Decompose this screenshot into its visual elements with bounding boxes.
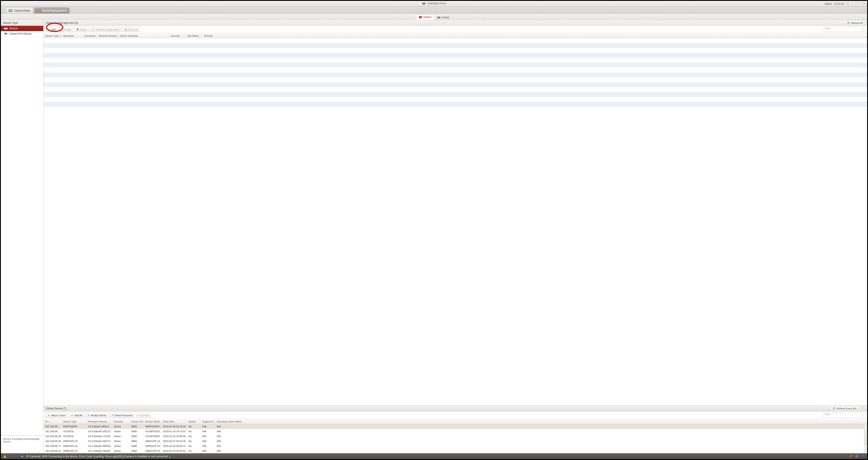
col-device-type[interactable]: Device Type▲ bbox=[43, 33, 61, 38]
tab-device-management[interactable]: Device Management ✕ bbox=[34, 7, 69, 13]
maximize-button[interactable]: □ bbox=[857, 2, 861, 5]
management-panel-header: Device for Management (0) Refresh All bbox=[43, 20, 867, 26]
expand-collapse-button[interactable] bbox=[860, 406, 865, 411]
cell-serial: NWP5204P4... bbox=[144, 424, 161, 429]
col-net-status[interactable]: Net Status bbox=[186, 33, 202, 38]
sort-asc-icon: ▲ bbox=[59, 35, 61, 37]
cell-added: No bbox=[187, 434, 200, 439]
sidebar-item-cloud-p2p[interactable]: Clould P2P Device bbox=[1, 31, 43, 36]
arrows-white-icon[interactable] bbox=[21, 455, 24, 458]
cell-support: N/A bbox=[200, 443, 215, 449]
close-tab-icon[interactable]: ✕ bbox=[67, 8, 68, 10]
col-device-type[interactable]: Device Type bbox=[61, 419, 86, 424]
cell-serial: VG16P16082... bbox=[144, 434, 161, 439]
col-net-params[interactable]: Network Parame... bbox=[97, 33, 118, 38]
management-title: Device for Management (0) bbox=[46, 21, 78, 24]
cell-firmware: V3.4.62build 160713 bbox=[86, 439, 113, 443]
online-row[interactable]: 192.168.86.77HNR51P6-16V4.1.54build 1809… bbox=[43, 443, 867, 449]
management-filter-input[interactable]: Filter bbox=[823, 27, 865, 32]
online-device-header: Online Device (7) Refresh Every 60s bbox=[43, 405, 867, 411]
col-server-port[interactable]: Server Port bbox=[130, 419, 144, 424]
pencil-icon: ✎ bbox=[61, 28, 63, 31]
col-serial[interactable]: Device Serial No. bbox=[118, 33, 169, 38]
filter-placeholder: Filter bbox=[825, 413, 830, 416]
add-to-client-button[interactable]: ＋ Add to Client bbox=[45, 413, 67, 418]
refresh-all-label: Refresh All bbox=[851, 22, 863, 24]
statusbar: IP Camera8_NVR Connecting to the device.… bbox=[1, 453, 867, 459]
add-button[interactable]: ＋ Add bbox=[45, 27, 58, 32]
cell-added: No bbox=[187, 424, 200, 429]
col-support[interactable]: Support G... bbox=[200, 419, 215, 424]
svg-point-14 bbox=[5, 28, 6, 29]
remote-config-button[interactable]: ⚙ Remote Configuration bbox=[90, 27, 121, 32]
online-row[interactable]: 192.168.86....VG16P16V3.4.62build 160713… bbox=[43, 429, 867, 434]
online-filter-input[interactable]: Filter bbox=[823, 413, 865, 418]
main-tabstrip: Control Panel Device Management ✕ bbox=[1, 7, 867, 14]
col-security[interactable]: Security bbox=[169, 33, 186, 38]
close-button[interactable]: ✕ bbox=[862, 2, 866, 5]
subtab-group[interactable]: Group bbox=[434, 15, 452, 20]
cell-ip: 192.168.86.77 bbox=[43, 443, 61, 449]
cloud-icon bbox=[4, 32, 7, 35]
col-security[interactable]: Security bbox=[113, 419, 130, 424]
refresh-interval-button[interactable]: Refresh Every 60s bbox=[831, 406, 859, 411]
col-firmware[interactable]: Firmware Version bbox=[86, 419, 113, 424]
plus-icon: ＋ bbox=[71, 414, 73, 417]
cell-start_time: 2019-01-09 01:31:04 bbox=[161, 424, 187, 429]
delete-button[interactable]: ✖ Delete bbox=[74, 27, 89, 32]
sidebar-list: Device Clould P2P Device bbox=[1, 26, 43, 436]
online-row[interactable]: 192.168.86.81HNR51P6-16V4.1.54build 1809… bbox=[43, 449, 867, 453]
modify-netinfo-button[interactable]: ✎ Modify Netinfo bbox=[86, 413, 108, 418]
arrows-blue-icon[interactable] bbox=[15, 455, 18, 458]
add-all-button[interactable]: ＋ Add All bbox=[69, 413, 84, 418]
cell-ip: 192.168.86.81 bbox=[43, 449, 61, 453]
lock-button[interactable] bbox=[846, 2, 850, 5]
online-toolbar: ＋ Add to Client ＋ Add All ✎ Modify Netin… bbox=[43, 411, 867, 419]
scrollbar-thumb[interactable] bbox=[865, 425, 867, 445]
col-gv-status[interactable]: Guarding Vision Status bbox=[215, 419, 867, 424]
tab-control-panel[interactable]: Control Panel bbox=[6, 7, 33, 13]
cell-added: No bbox=[187, 443, 200, 449]
col-serial[interactable]: Device Serial ... bbox=[144, 419, 161, 424]
svg-rect-9 bbox=[37, 10, 40, 11]
alert-icon[interactable] bbox=[3, 455, 7, 458]
col-start-time[interactable]: Start Time bbox=[161, 419, 187, 424]
cell-support: N/A bbox=[200, 449, 215, 453]
col-added[interactable]: Added bbox=[187, 419, 200, 424]
modify-button[interactable]: ✎ Modify bbox=[59, 27, 73, 32]
pin-icon[interactable]: 📌 bbox=[849, 455, 852, 458]
col-refresh[interactable]: Refresh bbox=[202, 33, 867, 38]
management-toolbar: ＋ Add ✎ Modify ✖ Delete ⚙ Remote Configu… bbox=[43, 26, 867, 33]
folder-icon bbox=[437, 16, 440, 19]
online-row[interactable]: 192.168.86....NWP5204P4V3.0.8build 14091… bbox=[43, 424, 867, 429]
subtab-device[interactable]: Device bbox=[416, 15, 434, 20]
plus-icon: ＋ bbox=[47, 28, 50, 31]
window-icon[interactable]: 🗗 bbox=[855, 455, 859, 458]
cell-gv_status: N/A bbox=[215, 439, 867, 443]
col-connection[interactable]: Connectio... bbox=[83, 33, 97, 38]
minimize-button[interactable]: ─ bbox=[851, 2, 855, 5]
refresh-icon bbox=[847, 21, 850, 24]
sidebar-item-device[interactable]: Device bbox=[1, 26, 43, 31]
cell-ip: 192.168.86.58 bbox=[43, 439, 61, 443]
chevron-up-icon[interactable]: ⌃ bbox=[861, 455, 865, 458]
cell-server_port: 8000 bbox=[130, 439, 144, 443]
cell-security: Active bbox=[113, 424, 130, 429]
reset-password-button[interactable]: ↺ Reset Password bbox=[110, 413, 134, 418]
online-row[interactable]: 192.168.86.39VG16P16V3.4.92build 170220A… bbox=[43, 434, 867, 439]
arrows-red-icon[interactable] bbox=[9, 455, 12, 458]
refresh-all-button[interactable]: Refresh All bbox=[845, 21, 865, 25]
cell-server_port: 8000 bbox=[130, 443, 144, 449]
cell-gv_status: N/A bbox=[215, 449, 867, 453]
subtab-label: Group bbox=[442, 16, 449, 19]
cell-added: No bbox=[187, 449, 200, 453]
vertical-scrollbar[interactable] bbox=[864, 424, 867, 453]
cell-firmware: V4.1.54build 180918 bbox=[86, 449, 113, 453]
col-ip[interactable]: IP▲ bbox=[43, 419, 61, 424]
cell-firmware: V3.4.62build 160713 bbox=[86, 429, 113, 434]
col-nickname[interactable]: Nickname bbox=[61, 33, 83, 38]
cell-device_type: HNR31P6-16 bbox=[61, 439, 86, 443]
online-row[interactable]: 192.168.86.58HNR31P6-16V3.4.62build 1607… bbox=[43, 439, 867, 443]
activate-button[interactable]: ● Activate bbox=[136, 413, 151, 418]
qr-code-button[interactable]: ▦ QR Code bbox=[123, 27, 140, 32]
